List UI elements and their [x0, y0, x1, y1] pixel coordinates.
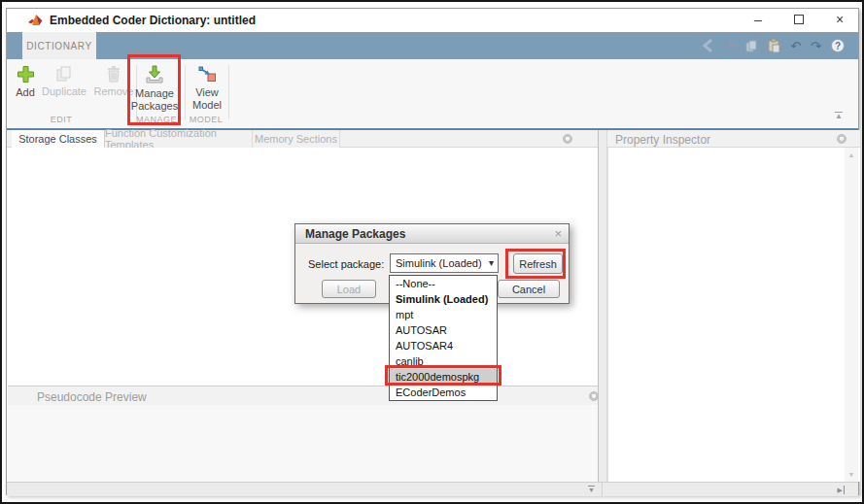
status-bar: ▼ ▶ — [7, 482, 858, 496]
duplicate-label: Duplicate — [39, 85, 89, 98]
collapse-ribbon-icon[interactable]: ▲ — [835, 112, 843, 120]
minimize-button[interactable]: – — [749, 11, 767, 28]
add-button[interactable]: Add — [11, 65, 40, 99]
scroll-down-icon[interactable]: ▼ — [845, 471, 858, 478]
quick-access-chevron-icon — [701, 39, 716, 52]
annotation-box-manage-packages — [127, 54, 181, 125]
annotation-box-tic2000demospkg — [385, 365, 501, 386]
pseudocode-gear-icon[interactable] — [589, 391, 599, 401]
cut-icon[interactable]: ✂ — [726, 39, 736, 52]
package-select-value: Simulink (Loaded) — [396, 257, 482, 269]
screenshot-frame: Embedded Coder Dictionary: untitled – × … — [0, 0, 864, 504]
paste-icon[interactable] — [768, 39, 780, 52]
matlab-logo-icon — [28, 13, 44, 27]
document-tab-strip: Storage Classes Function Customization T… — [7, 130, 598, 148]
pseudocode-preview-title: Pseudocode Preview — [37, 390, 147, 404]
dropdown-item-simulink-loaded[interactable]: Simulink (Loaded) — [390, 291, 497, 307]
quick-access-toolbar: ✂ ↶ ↷ ? — [701, 32, 845, 59]
tab-strip-gear-icon[interactable] — [563, 134, 572, 144]
dropdown-item-none[interactable]: --None-- — [390, 276, 497, 291]
toolbar-separator — [185, 65, 186, 119]
property-inspector-gear-icon[interactable] — [837, 134, 847, 144]
title-bar: Embedded Coder Dictionary: untitled – × — [7, 9, 858, 32]
annotation-box-refresh — [505, 249, 566, 279]
package-select-dropdown[interactable]: Simulink (Loaded) ▾ — [390, 253, 499, 273]
tab-storage-classes[interactable]: Storage Classes — [12, 130, 105, 148]
section-label-model: MODEL — [184, 115, 228, 124]
pseudocode-preview-header: Pseudocode Preview — [8, 386, 598, 405]
tab-function-customization-templates[interactable]: Function Customization Templates — [105, 130, 253, 148]
redo-icon[interactable]: ↷ — [811, 39, 821, 53]
help-icon[interactable]: ? — [831, 39, 845, 52]
copy-icon[interactable] — [745, 40, 758, 52]
dialog-close-icon[interactable]: × — [554, 226, 562, 241]
property-inspector-content: ▲ ▼ — [607, 148, 860, 482]
expand-right-panel-icon[interactable]: ▶ — [838, 486, 845, 494]
property-inspector-title: Property Inspector — [615, 133, 710, 147]
property-inspector-header: Property Inspector — [607, 130, 860, 148]
dropdown-item-mpt[interactable]: mpt — [390, 307, 497, 322]
tab-memory-sections[interactable]: Memory Sections — [253, 130, 340, 148]
duplicate-icon — [55, 65, 73, 83]
scroll-up-icon[interactable]: ▲ — [845, 151, 858, 158]
property-inspector-scrollbar[interactable]: ▲ ▼ — [845, 148, 858, 482]
view-model-icon — [198, 65, 217, 84]
view-model-label: View Model — [187, 86, 227, 112]
remove-icon — [105, 65, 122, 83]
embedded-coder-dictionary-window: Embedded Coder Dictionary: untitled – × … — [6, 8, 859, 495]
dropdown-item-ecoderdemos[interactable]: ECoderDemos — [390, 385, 497, 400]
undo-icon[interactable]: ↶ — [790, 39, 801, 53]
select-package-label: Select package: — [308, 258, 384, 270]
duplicate-button[interactable]: Duplicate — [39, 65, 89, 98]
dialog-title: Manage Packages — [305, 227, 405, 241]
cancel-button[interactable]: Cancel — [498, 280, 560, 298]
maximize-button[interactable] — [790, 11, 808, 28]
add-label: Add — [11, 86, 40, 99]
window-title: Embedded Coder Dictionary: untitled — [50, 14, 256, 27]
load-button[interactable]: Load — [322, 280, 376, 298]
collapse-pseudocode-panel-icon[interactable]: ▼ — [588, 486, 595, 494]
tab-dictionary[interactable]: DICTIONARY — [22, 32, 96, 59]
maximize-icon — [794, 15, 804, 24]
view-model-button[interactable]: View Model — [187, 65, 227, 112]
add-icon — [17, 65, 35, 84]
section-label-edit: EDIT — [36, 115, 86, 124]
panel-divider[interactable] — [598, 130, 607, 496]
status-bar-divider — [602, 483, 603, 497]
combo-arrow-icon: ▾ — [489, 257, 494, 268]
pseudocode-preview-content — [8, 405, 598, 482]
close-button[interactable]: × — [831, 11, 848, 28]
dialog-title-bar[interactable]: Manage Packages × — [295, 224, 569, 244]
toolbar-separator — [228, 65, 229, 119]
dropdown-item-autosar4[interactable]: AUTOSAR4 — [390, 338, 497, 353]
dropdown-item-autosar[interactable]: AUTOSAR — [390, 322, 497, 338]
